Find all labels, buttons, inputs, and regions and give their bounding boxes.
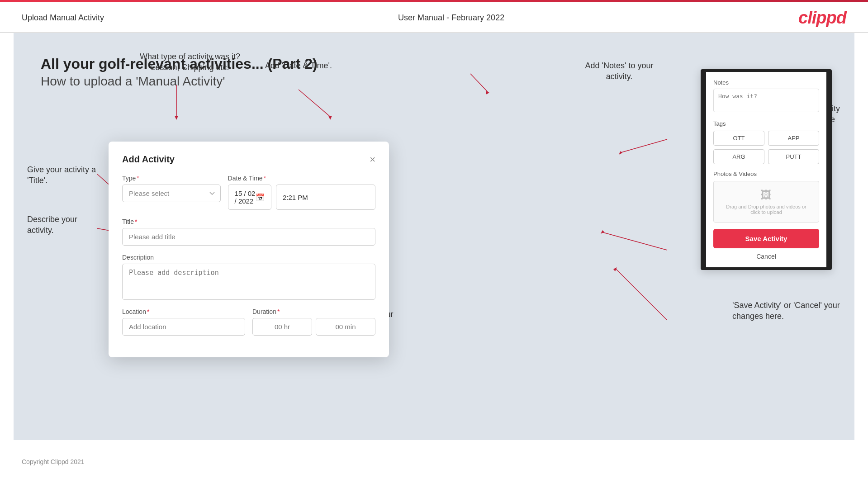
duration-min-input[interactable] (316, 318, 375, 336)
datetime-group: Date & Time* 15 / 02 / 2022 📅 (228, 175, 375, 210)
phone-photos-label: Photos & Videos (713, 171, 819, 177)
tag-ott[interactable]: OTT (713, 131, 764, 146)
title-input[interactable] (122, 228, 375, 246)
save-activity-button[interactable]: Save Activity (713, 229, 819, 248)
dialog-header: Add Activity × (122, 154, 375, 165)
duration-label: Duration* (252, 308, 375, 315)
svg-line-2 (299, 90, 330, 117)
type-label: Type* (122, 175, 221, 182)
type-group: Type* Please select (122, 175, 221, 210)
upload-icon: 🖼 (718, 189, 814, 201)
phone-notes-label: Notes (713, 79, 819, 86)
location-group: Location* (122, 308, 245, 336)
duration-inputs (252, 318, 375, 336)
tag-putt[interactable]: PUTT (768, 149, 819, 164)
tag-arg[interactable]: ARG (713, 149, 764, 164)
svg-line-14 (620, 139, 667, 153)
duration-group: Duration* (252, 308, 375, 336)
phone-upload-box[interactable]: 🖼 Drag and Drop photos and videos or cli… (713, 181, 819, 223)
datetime-inputs: 15 / 02 / 2022 📅 (228, 185, 375, 210)
cancel-button[interactable]: Cancel (713, 253, 819, 260)
svg-marker-1 (175, 116, 178, 120)
annotation-type: What type of activity was it? Lesson, Ch… (136, 51, 244, 73)
type-datetime-row: Type* Please select Date & Time* 15 / 02… (122, 175, 375, 210)
svg-marker-13 (486, 91, 489, 95)
description-label: Description (122, 254, 375, 261)
main-content: All your golf-relevant activities... (Pa… (14, 33, 854, 440)
svg-marker-17 (601, 230, 604, 234)
svg-marker-3 (328, 116, 332, 120)
page-header-center: User Manual - February 2022 (398, 13, 504, 23)
phone-tags-label: Tags (713, 120, 819, 127)
phone-content: Notes Tags OTT APP ARG PUTT Photos & Vid… (706, 72, 826, 267)
phone-upload-text: Drag and Drop photos and videos or click… (718, 204, 814, 215)
svg-marker-19 (613, 267, 617, 271)
page-header-left: Upload Manual Activity (22, 13, 104, 23)
location-duration-row: Location* Duration* (122, 308, 375, 336)
svg-line-18 (615, 268, 667, 320)
calendar-icon: 📅 (256, 193, 265, 202)
location-label: Location* (122, 308, 245, 315)
copyright: Copyright Clippd 2021 (22, 458, 85, 465)
datetime-label: Date & Time* (228, 175, 375, 182)
title-group: Title* (122, 218, 375, 246)
description-textarea[interactable] (122, 264, 375, 300)
tag-app[interactable]: APP (768, 131, 819, 146)
description-group: Description (122, 254, 375, 300)
title-label: Title* (122, 218, 375, 225)
top-accent (0, 0, 868, 2)
annotation-description: Describe your activity. (27, 214, 100, 236)
logo: clippd (798, 8, 846, 28)
phone-tags-grid: OTT APP ARG PUTT (713, 131, 819, 164)
duration-hr-input[interactable] (252, 318, 312, 336)
dialog-close-button[interactable]: × (370, 155, 375, 165)
footer: Copyright Clippd 2021 (0, 454, 868, 470)
svg-line-16 (602, 232, 667, 250)
time-input[interactable] (276, 185, 375, 210)
top-bar: Upload Manual Activity User Manual - Feb… (0, 0, 868, 33)
dialog-title: Add Activity (122, 154, 175, 165)
phone-notes-input[interactable] (713, 89, 819, 112)
add-activity-dialog: Add Activity × Type* Please select Date … (109, 142, 389, 357)
annotation-notes: Add 'Notes' to your activity. (574, 60, 664, 82)
date-input[interactable]: 15 / 02 / 2022 📅 (228, 185, 271, 210)
location-input[interactable] (122, 318, 245, 336)
type-select[interactable]: Please select (122, 185, 221, 202)
phone-mockup: Notes Tags OTT APP ARG PUTT Photos & Vid… (701, 69, 832, 270)
svg-marker-15 (619, 151, 622, 155)
annotation-datetime: Add 'Date & Time'. (253, 60, 344, 71)
annotation-save: 'Save Activity' or 'Cancel' your changes… (732, 300, 841, 322)
annotation-title: Give your activity a 'Title'. (27, 164, 100, 186)
